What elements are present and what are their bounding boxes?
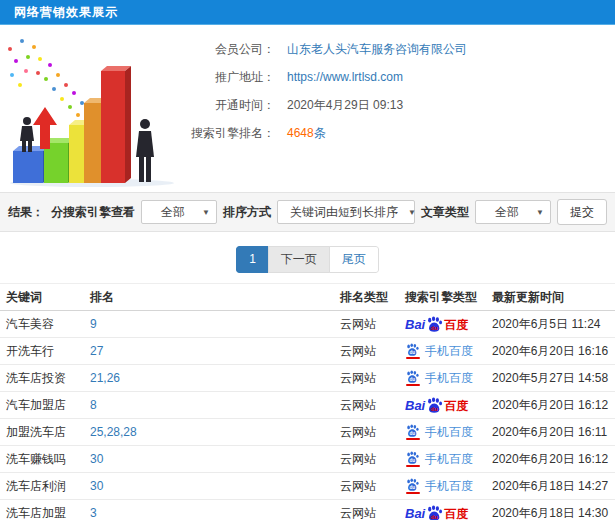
table-row: 汽车加盟店8云网站 Bai du 百度 2020年6月20日 16:12 (0, 392, 615, 419)
mobile-baidu-paw-icon: du (405, 343, 420, 359)
next-page-button[interactable]: 下一页 (268, 246, 330, 273)
rank-cell: 30 (90, 473, 340, 500)
engine-rank-unit: 条 (314, 126, 326, 140)
chevron-down-icon: ▼ (536, 208, 544, 217)
engine-filter-value: 全部 (148, 204, 198, 221)
article-type-label: 文章类型 (421, 204, 469, 221)
updated-time-cell: 2020年6月20日 16:12 (492, 446, 615, 473)
field-promo-url: 推广地址： https://www.lrtlsd.com (185, 67, 467, 87)
rank-cell: 21,26 (90, 365, 340, 392)
baidu-logo-cn-text: 百度 (444, 507, 468, 520)
chevron-down-icon: ▼ (202, 208, 210, 217)
businessman-right (136, 119, 154, 182)
rank-link[interactable]: 8 (90, 398, 97, 412)
updated-time-cell: 2020年6月18日 14:30 (492, 500, 615, 520)
bar-red (101, 66, 131, 183)
engine-type-cell: du 手机百度 (405, 419, 492, 446)
rank-link[interactable]: 30 (90, 479, 103, 493)
header-rank-type: 排名类型 (340, 284, 405, 311)
mobile-baidu-paw-icon: du (405, 370, 420, 386)
keyword-cell: 加盟洗车店 (0, 419, 90, 446)
svg-text:du: du (409, 350, 415, 355)
engine-rank-count: 4648 (287, 126, 314, 140)
baidu-paw-icon: du (426, 505, 443, 520)
page-title: 网络营销效果展示 (14, 4, 118, 21)
rank-link[interactable]: 27 (90, 344, 103, 358)
header-rank: 排名 (90, 284, 340, 311)
sort-filter-value: 关键词由短到长排序 (284, 204, 404, 221)
svg-text:du: du (431, 325, 439, 331)
baidu-paw-icon: du (426, 397, 443, 413)
field-open-time: 开通时间： 2020年4月29日 09:13 (185, 95, 467, 115)
mobile-baidu-paw-icon: du (405, 478, 420, 494)
baidu-logo-cn-text: 百度 (444, 318, 468, 332)
mobile-baidu-underline (406, 438, 420, 440)
svg-text:du: du (431, 406, 439, 412)
rank-link[interactable]: 3 (90, 506, 97, 520)
submit-button[interactable]: 提交 (557, 199, 607, 225)
mobile-baidu-icon: du 手机百度 (405, 343, 473, 360)
engine-type-cell: Bai du 百度 (405, 311, 492, 338)
table-row: 洗车赚钱吗30云网站 du 手机百度 2020年6月20日 16:12 (0, 446, 615, 473)
rank-link[interactable]: 30 (90, 452, 103, 466)
rank-link[interactable]: 9 (90, 317, 97, 331)
rank-cell: 27 (90, 338, 340, 365)
open-time-value: 2020年4月29日 09:13 (287, 97, 403, 114)
field-engine-rank: 搜索引擎排名： 4648条 (185, 123, 467, 143)
svg-text:du: du (409, 377, 415, 382)
header-engine-type: 搜索引擎类型 (405, 284, 492, 311)
rank-type-cell: 云网站 (340, 338, 405, 365)
article-type-select[interactable]: 全部 ▼ (475, 200, 551, 224)
info-section: 会员公司： 山东老人头汽车服务咨询有限公司 推广地址： https://www.… (0, 25, 615, 190)
engine-rank-value: 4648条 (287, 125, 326, 142)
keyword-cell: 汽车加盟店 (0, 392, 90, 419)
updated-time-cell: 2020年5月27日 14:58 (492, 365, 615, 392)
rank-type-cell: 云网站 (340, 365, 405, 392)
rank-link[interactable]: 21,26 (90, 371, 120, 385)
growth-chart-illustration (0, 31, 185, 189)
svg-text:du: du (431, 514, 439, 520)
mobile-baidu-icon: du 手机百度 (405, 424, 473, 441)
results-table: 关键词 排名 排名类型 搜索引擎类型 最新更新时间 汽车美容9云网站 Bai d… (0, 283, 615, 520)
keyword-cell: 洗车店加盟 (0, 500, 90, 520)
filter-bar: 结果： 分搜索引擎查看 全部 ▼ 排序方式 关键词由短到长排序 ▼ 文章类型 全… (0, 192, 615, 232)
engine-filter-select[interactable]: 全部 ▼ (141, 200, 217, 224)
rank-type-cell: 云网站 (340, 446, 405, 473)
updated-time-cell: 2020年6月5日 11:24 (492, 311, 615, 338)
page-1-button[interactable]: 1 (236, 246, 269, 273)
rank-type-cell: 云网站 (340, 419, 405, 446)
pagination: 1 下一页 尾页 (236, 246, 379, 273)
rank-cell: 30 (90, 446, 340, 473)
mobile-baidu-label: 手机百度 (425, 343, 473, 360)
mobile-baidu-label: 手机百度 (425, 451, 473, 468)
keyword-cell: 汽车美容 (0, 311, 90, 338)
member-company-label: 会员公司： (185, 41, 275, 58)
rank-type-cell: 云网站 (340, 500, 405, 520)
mobile-baidu-paw-icon: du (405, 424, 420, 440)
pagination-wrap: 1 下一页 尾页 (0, 246, 615, 273)
mobile-baidu-underline (406, 357, 420, 359)
chevron-down-icon: ▼ (408, 208, 416, 217)
page: 网络营销效果展示 (0, 0, 615, 520)
engine-filter-label: 分搜索引擎查看 (51, 204, 135, 221)
engine-type-cell: du 手机百度 (405, 365, 492, 392)
last-page-button[interactable]: 尾页 (329, 246, 379, 273)
mobile-baidu-underline (406, 384, 420, 386)
company-info-fields: 会员公司： 山东老人头汽车服务咨询有限公司 推广地址： https://www.… (185, 31, 467, 190)
sort-filter-select[interactable]: 关键词由短到长排序 ▼ (277, 200, 415, 224)
promo-url-link[interactable]: https://www.lrtlsd.com (287, 70, 403, 84)
rank-type-cell: 云网站 (340, 392, 405, 419)
updated-time-cell: 2020年6月18日 14:27 (492, 473, 615, 500)
mobile-baidu-icon: du 手机百度 (405, 370, 473, 387)
table-row: 洗车店加盟3云网站 Bai du 百度 2020年6月18日 14:30 (0, 500, 615, 520)
svg-text:du: du (409, 458, 415, 463)
mobile-baidu-label: 手机百度 (425, 370, 473, 387)
confetti (8, 39, 84, 117)
growth-chart-illustration-svg (0, 31, 185, 189)
member-company-link[interactable]: 山东老人头汽车服务咨询有限公司 (287, 41, 467, 58)
keyword-cell: 开洗车行 (0, 338, 90, 365)
mobile-baidu-paw-icon: du (405, 451, 420, 467)
field-member-company: 会员公司： 山东老人头汽车服务咨询有限公司 (185, 39, 467, 59)
updated-time-cell: 2020年6月20日 16:11 (492, 419, 615, 446)
rank-link[interactable]: 25,28,28 (90, 425, 137, 439)
